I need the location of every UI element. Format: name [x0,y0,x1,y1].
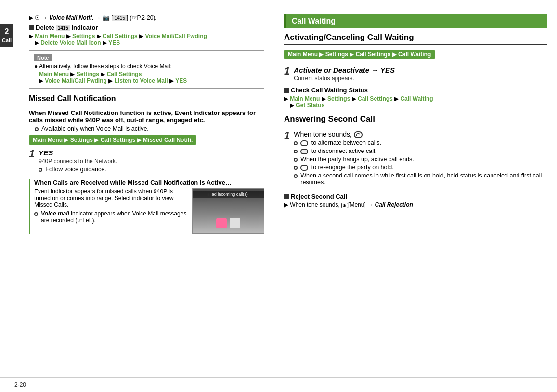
page-footer: 2-20 [0,377,557,392]
missed-call-desc: When Missed Call Notification function i… [29,109,264,124]
screenshot-image: Had incoming call(s) [192,188,264,234]
bullet-icon [294,174,298,178]
icon-2 [230,218,240,228]
activate-step-sub: Current status appears. [294,75,547,82]
bullet-alternate: to alternate between calls. [294,139,547,146]
check-status-section: Check Call Waiting Status ▶ Main Menu ▶ … [284,87,547,109]
note-path1: Main Menu ▶ Settings ▶ Call Settings [39,71,259,77]
missed-call-section: Missed Call Notification When Missed Cal… [29,94,264,174]
call-waiting-header: Call Waiting [284,14,547,28]
note-label: Note [34,54,52,61]
call-waiting-title: Call Waiting [292,17,336,25]
bullet-disconnect-text: to disconnect active call. [300,148,376,154]
answering-step-content: When tone sounds, to alternate between c… [294,130,547,187]
bullet-hangs-up-text: When the party hangs up, active call end… [300,156,414,163]
square-bullet [29,25,34,30]
answering-step-num: 1 [284,130,290,141]
missed-call-bullet: Available only when Voice Mail is active… [35,126,264,132]
step-follow-text: Follow voice guidance. [45,166,106,173]
answering-step-intro: When tone sounds, [294,130,547,138]
check-status-nav: ▶ Main Menu ▶ Settings ▶ Call Settings ▶… [284,95,547,109]
voice-mail-text: Voice mail indicator appears when Voice … [41,210,187,224]
reject-section: Reject Second Call ▶ When tone sounds, ✱… [284,193,547,208]
missed-call-title: Missed Call Notification [29,94,264,105]
check-status-label: Check Call Waiting Status [291,87,368,94]
activating-title: Activating/Canceling Call Waiting [284,33,547,45]
bullet-icon [294,141,298,145]
missed-call-bullet-text: Available only when Voice Mail is active… [41,126,149,132]
note-text: ● Alternatively, follow these steps to c… [34,63,259,70]
answering-step-1: 1 When tone sounds, to alternate between… [284,130,547,187]
step-main-text: YES [39,149,264,157]
bullet-alternate-text: to alternate between calls. [300,139,381,146]
activate-step-main: Activate or Deactivate → YES [294,66,547,74]
chapter-number: 2 [2,27,12,37]
bullet-second-call-text: When a second call comes in while first … [300,172,547,186]
left-column: 2 Call ▶ ☉ → Voice Mail Notif. → 📷 [1415… [0,10,274,377]
bullet-icon [39,168,42,172]
step-sub-text: 940P connects to the Network. [39,158,264,164]
image-icons [216,218,240,228]
bullet-icon [294,158,298,162]
bullet-hangs-up: When the party hangs up, active call end… [294,156,547,163]
bullet-icon [294,166,298,170]
square-bullet [284,88,289,93]
activating-section: Activating/Canceling Call Waiting Main M… [284,33,547,109]
answering-title: Answering Second Call [284,114,547,126]
step-number: 1 [29,149,35,159]
square-bullet [284,194,289,199]
missed-call-nav-path: Main Menu ▶ Settings ▶ Call Settings ▶ M… [29,135,196,145]
activate-step-content: Activate or Deactivate → YES Current sta… [294,66,547,82]
icon-1 [216,218,227,228]
missed-call-nav: Main Menu ▶ Settings ▶ Call Settings ▶ M… [29,135,264,145]
bullet-reengage: to re-engage the party on hold. [294,164,547,171]
when-calls-block: When Calls are Received while Missed Cal… [29,179,264,234]
voice-mail-bullet: Voice mail indicator appears when Voice … [34,210,187,224]
activating-nav-path: Main Menu ▶ Settings ▶ Call Settings ▶ C… [284,50,435,59]
chapter-tab: 2 Call [0,24,13,47]
bullet-icon [34,212,38,216]
page-number: 2-20 [14,381,26,388]
bullet-disconnect: to disconnect active call. [294,148,547,154]
when-calls-title: When Calls are Received while Missed Cal… [34,179,264,186]
delete-indicator-section: Delete 1415 Indicator ▶ Main Menu ▶ Sett… [29,24,264,46]
delete-nav-path: ▶ Main Menu ▶ Settings ▶ Call Settings ▶… [29,33,264,46]
answering-section: Answering Second Call 1 When tone sounds… [284,114,547,187]
bullet-icon [35,127,39,131]
note-box: Note ● Alternatively, follow these steps… [29,50,264,89]
chapter-label: Call [2,37,12,44]
activate-step-num: 1 [284,66,290,76]
step-1-block: 1 YES 940P connects to the Network. Foll… [29,149,264,174]
top-path-line: ▶ ☉ → Voice Mail Notif. → 📷 [1415] (☞P.2… [29,14,264,21]
reject-label: Reject Second Call [291,193,347,200]
delete-indicator-label: Delete 1415 Indicator [36,24,98,31]
reject-path: ▶ When tone sounds, ✱[Menu] → Call Rejec… [284,202,547,208]
note-path2: ▶ Voice Mail/Call Fwding ▶ Listen to Voi… [39,77,259,84]
bullet-icon [294,150,298,153]
step-content: YES 940P connects to the Network. Follow… [39,149,264,174]
check-status-header: Check Call Waiting Status [284,87,547,94]
bullet-second-call: When a second call comes in while first … [294,172,547,186]
step-follow-bullet: Follow voice guidance. [39,166,264,173]
when-calls-content: Had incoming call(s) Event Indicator app… [34,188,264,234]
bullet-reengage-text: to re-engage the party on hold. [300,164,393,171]
activate-step-1: 1 Activate or Deactivate → YES Current s… [284,66,547,82]
delete-indicator-header: Delete 1415 Indicator [29,24,264,31]
reject-header: Reject Second Call [284,193,547,200]
right-column: Call Waiting Activating/Canceling Call W… [274,10,557,377]
image-caption-top: Had incoming call(s) [193,191,264,198]
